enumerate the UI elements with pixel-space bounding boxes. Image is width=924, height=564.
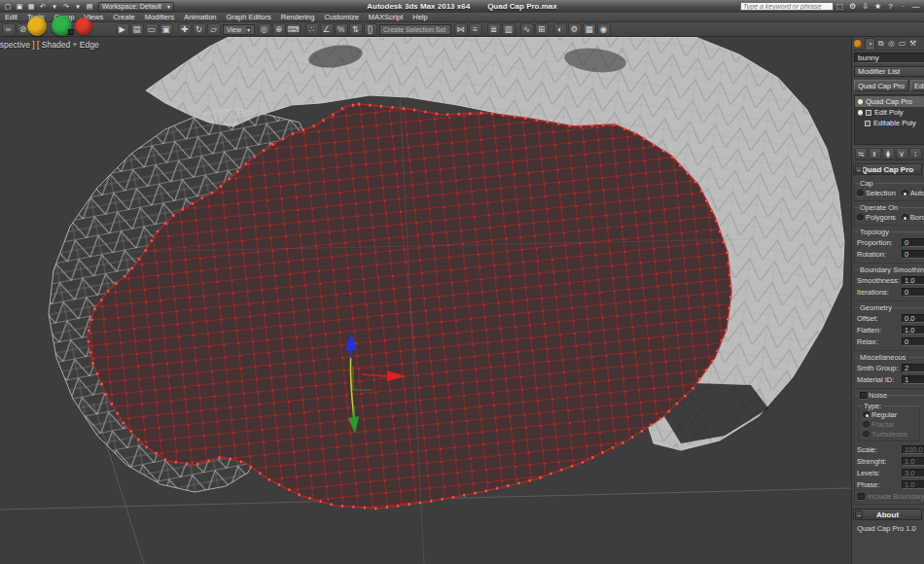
radio-label[interactable]: Fractal xyxy=(871,420,894,429)
material-id-spinner[interactable]: 1 xyxy=(902,375,924,384)
rendered-frame-icon[interactable]: ▦ xyxy=(583,23,596,36)
percent-snap-icon[interactable]: % xyxy=(335,23,348,36)
include-boundary-checkbox[interactable] xyxy=(858,493,865,500)
make-unique-icon[interactable]: ⧫ xyxy=(882,148,895,159)
perspective-viewport[interactable]: rspective ] [ Shaded + Edge xyxy=(0,37,851,564)
configure-modifier-sets-icon[interactable]: ⁞ xyxy=(909,148,922,159)
stack-item-edit-poly[interactable]: Edit Poly xyxy=(855,107,924,118)
edit-poly-button[interactable]: Edit Poly xyxy=(910,80,924,91)
redo-dropdown-icon[interactable]: ▾ xyxy=(73,2,83,12)
quad-cap-pro-button[interactable]: Quad Cap Pro xyxy=(854,80,908,91)
stack-item-editable-poly[interactable]: Editable Poly xyxy=(855,118,924,128)
menu-maxscript[interactable]: MAXScript xyxy=(364,13,408,21)
curve-editor-icon[interactable]: ∿ xyxy=(520,23,534,36)
render-production-icon[interactable]: ◉ xyxy=(597,23,611,36)
rectangular-selection-region-icon[interactable]: ▭ xyxy=(145,23,159,36)
window-crossing-icon[interactable]: ▣ xyxy=(160,23,173,36)
infocenter-search-icon[interactable]: ⬚ xyxy=(835,1,845,12)
snap-toggle-icon[interactable]: ∴ xyxy=(305,23,319,36)
modifier-enabled-icon[interactable] xyxy=(858,110,863,115)
select-and-move-icon[interactable]: ✚ xyxy=(178,23,192,36)
new-scene-icon[interactable]: ▢ xyxy=(3,2,13,12)
stack-item-quad-cap-pro[interactable]: Quad Cap Pro xyxy=(855,96,924,107)
modify-tab-icon[interactable]: ◔ xyxy=(865,38,875,50)
workspace-dropdown[interactable]: Workspace: Default ▾ xyxy=(98,2,174,12)
viewport-canvas[interactable] xyxy=(0,37,851,564)
spinner-snap-icon[interactable]: ⇅ xyxy=(349,23,363,36)
noise-checkbox[interactable] xyxy=(860,392,867,399)
about-rollout-header[interactable]: - About xyxy=(853,509,922,520)
radio-label[interactable]: Selection xyxy=(866,189,896,197)
offset-spinner[interactable]: 0.0 xyxy=(902,314,924,323)
undo-dropdown-icon[interactable]: ▾ xyxy=(50,2,59,12)
render-setup-icon[interactable]: ⚙ xyxy=(568,23,582,36)
save-file-icon[interactable]: ▦ xyxy=(26,2,36,12)
noise-strength-spinner[interactable]: 1.0 xyxy=(902,457,924,466)
menu-modifiers[interactable]: Modifiers xyxy=(140,13,179,21)
reference-coordinate-dropdown[interactable]: View ▾ xyxy=(223,24,255,35)
remove-modifier-icon[interactable]: ∨ xyxy=(896,148,908,159)
smoothing-group-spinner[interactable]: 2 xyxy=(902,364,924,372)
rotation-spinner[interactable]: 0 xyxy=(902,250,924,259)
iterations-spinner[interactable]: 0 xyxy=(902,288,924,297)
display-tab-icon[interactable]: ▭ xyxy=(897,38,907,50)
radio-label[interactable]: Polygons xyxy=(866,213,896,222)
help-icon[interactable]: ? xyxy=(885,1,896,12)
redo-icon[interactable]: ↷ xyxy=(61,2,71,12)
flatten-spinner[interactable]: 1.0 xyxy=(902,326,924,335)
cap-automatic-radio[interactable] xyxy=(902,190,908,196)
radio-label[interactable]: Borders xyxy=(910,213,924,222)
align-icon[interactable]: ≡ xyxy=(469,23,482,36)
mirror-icon[interactable]: ⋈ xyxy=(454,23,468,36)
edit-named-selection-sets-icon[interactable]: {} xyxy=(364,23,377,36)
minimize-button[interactable]: — xyxy=(910,1,921,12)
noise-levels-spinner[interactable]: 3.0 xyxy=(902,469,924,477)
graphite-ribbon-icon[interactable]: ▥ xyxy=(502,23,515,36)
open-file-icon[interactable]: ▣ xyxy=(15,2,24,12)
menu-rendering[interactable]: Rendering xyxy=(276,13,320,21)
modifier-enabled-icon[interactable] xyxy=(858,99,863,104)
help-dropdown-icon[interactable]: · xyxy=(898,1,908,12)
subscription-center-icon[interactable]: ⚙ xyxy=(847,1,858,12)
favorites-icon[interactable]: ★ xyxy=(872,1,883,12)
menu-graph-editors[interactable]: Graph Editors xyxy=(222,13,276,21)
proportion-spinner[interactable]: 0 xyxy=(902,238,924,247)
radio-label[interactable]: Turbulence xyxy=(871,430,907,439)
radio-label[interactable]: Regular xyxy=(871,410,897,419)
hierarchy-tab-icon[interactable]: ⧉ xyxy=(875,38,886,50)
schematic-view-icon[interactable]: ⊞ xyxy=(535,23,549,36)
infocenter-search-input[interactable] xyxy=(740,2,834,11)
menu-edit[interactable]: Edit xyxy=(0,13,22,21)
keyboard-override-icon[interactable]: ⌨ xyxy=(287,23,301,36)
motion-tab-icon[interactable]: ◎ xyxy=(886,38,897,50)
checkbox-label[interactable]: Include Boundary xyxy=(868,492,924,501)
select-and-manipulate-icon[interactable]: ⊕ xyxy=(272,23,286,36)
select-and-rotate-icon[interactable]: ↻ xyxy=(193,23,206,36)
noise-phase-spinner[interactable]: 1.0 xyxy=(902,480,924,489)
noise-fractal-radio[interactable] xyxy=(863,421,870,428)
menu-customize[interactable]: Customize xyxy=(319,13,363,21)
layer-manager-icon[interactable]: ≣ xyxy=(487,23,501,36)
pin-stack-icon[interactable]: ≒ xyxy=(855,148,868,159)
select-and-link-icon[interactable]: ∞ xyxy=(2,23,16,36)
menu-help[interactable]: Help xyxy=(408,13,432,21)
select-by-name-icon[interactable]: ▤ xyxy=(130,23,144,36)
smoothness-spinner[interactable]: 1.0 xyxy=(902,276,924,285)
named-selection-set-dropdown[interactable]: Create Selection Set ▾ xyxy=(379,24,451,35)
project-folder-icon[interactable]: ▤ xyxy=(85,2,94,12)
modifier-list-dropdown[interactable]: Modifier List xyxy=(854,66,924,77)
noise-regular-radio[interactable] xyxy=(863,411,870,418)
radio-label[interactable]: Automatic xyxy=(910,189,924,197)
operate-polygons-radio[interactable] xyxy=(857,214,864,221)
quad-cap-pro-rollout-header[interactable]: - Quad Cap Pro xyxy=(853,163,922,175)
noise-turbulence-radio[interactable] xyxy=(863,431,870,438)
menu-animation[interactable]: Animation xyxy=(179,13,221,21)
undo-icon[interactable]: ↶ xyxy=(38,2,48,12)
select-and-scale-icon[interactable]: ▱ xyxy=(207,23,221,36)
operate-borders-radio[interactable] xyxy=(902,214,908,221)
viewport-label[interactable]: rspective ] [ Shaded + Edge xyxy=(0,40,99,50)
use-pivot-point-icon[interactable]: ◎ xyxy=(258,23,271,36)
select-object-icon[interactable]: ▶ xyxy=(116,23,129,36)
angle-snap-icon[interactable]: ∠ xyxy=(320,23,334,36)
communication-center-icon[interactable]: ⇩ xyxy=(860,1,871,12)
